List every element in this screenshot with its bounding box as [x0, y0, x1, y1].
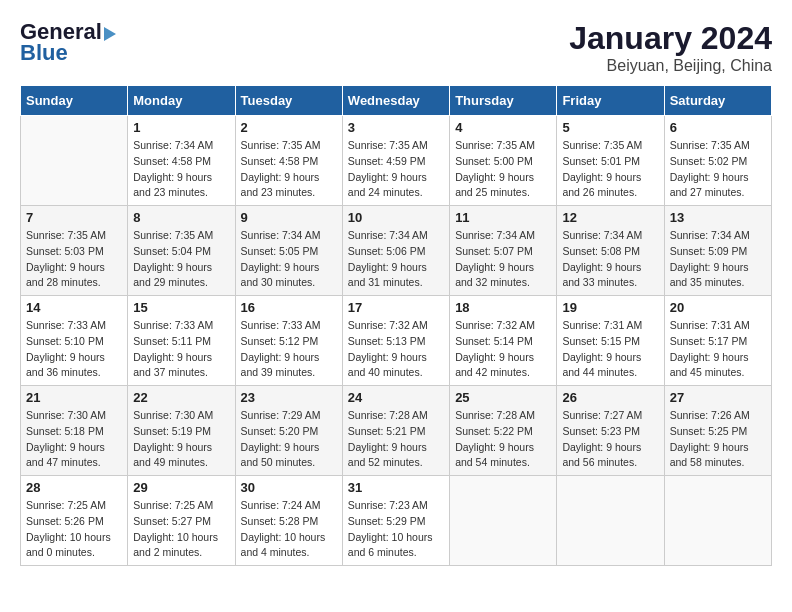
day-info: Sunrise: 7:27 AMSunset: 5:23 PMDaylight:… — [562, 408, 658, 471]
week-row-4: 28 Sunrise: 7:25 AMSunset: 5:26 PMDaylig… — [21, 476, 772, 566]
day-cell: 23 Sunrise: 7:29 AMSunset: 5:20 PMDaylig… — [235, 386, 342, 476]
day-cell: 17 Sunrise: 7:32 AMSunset: 5:13 PMDaylig… — [342, 296, 449, 386]
day-cell: 27 Sunrise: 7:26 AMSunset: 5:25 PMDaylig… — [664, 386, 771, 476]
day-cell — [21, 116, 128, 206]
day-number: 6 — [670, 120, 766, 135]
day-info: Sunrise: 7:28 AMSunset: 5:21 PMDaylight:… — [348, 408, 444, 471]
location: Beiyuan, Beijing, China — [569, 57, 772, 75]
calendar-body: 1 Sunrise: 7:34 AMSunset: 4:58 PMDayligh… — [21, 116, 772, 566]
header-cell-saturday: Saturday — [664, 86, 771, 116]
day-cell: 31 Sunrise: 7:23 AMSunset: 5:29 PMDaylig… — [342, 476, 449, 566]
month-title: January 2024 — [569, 20, 772, 57]
page-header: General Blue January 2024 Beiyuan, Beiji… — [20, 20, 772, 75]
day-number: 13 — [670, 210, 766, 225]
day-info: Sunrise: 7:35 AMSunset: 5:02 PMDaylight:… — [670, 138, 766, 201]
week-row-1: 7 Sunrise: 7:35 AMSunset: 5:03 PMDayligh… — [21, 206, 772, 296]
day-info: Sunrise: 7:35 AMSunset: 4:58 PMDaylight:… — [241, 138, 337, 201]
day-cell: 19 Sunrise: 7:31 AMSunset: 5:15 PMDaylig… — [557, 296, 664, 386]
day-cell — [450, 476, 557, 566]
day-cell: 9 Sunrise: 7:34 AMSunset: 5:05 PMDayligh… — [235, 206, 342, 296]
day-number: 20 — [670, 300, 766, 315]
day-info: Sunrise: 7:35 AMSunset: 5:00 PMDaylight:… — [455, 138, 551, 201]
day-number: 28 — [26, 480, 122, 495]
day-number: 17 — [348, 300, 444, 315]
day-info: Sunrise: 7:25 AMSunset: 5:27 PMDaylight:… — [133, 498, 229, 561]
title-block: January 2024 Beiyuan, Beijing, China — [569, 20, 772, 75]
day-cell: 18 Sunrise: 7:32 AMSunset: 5:14 PMDaylig… — [450, 296, 557, 386]
day-info: Sunrise: 7:31 AMSunset: 5:15 PMDaylight:… — [562, 318, 658, 381]
day-number: 4 — [455, 120, 551, 135]
calendar-header: SundayMondayTuesdayWednesdayThursdayFrid… — [21, 86, 772, 116]
day-info: Sunrise: 7:35 AMSunset: 5:04 PMDaylight:… — [133, 228, 229, 291]
day-info: Sunrise: 7:32 AMSunset: 5:13 PMDaylight:… — [348, 318, 444, 381]
day-info: Sunrise: 7:25 AMSunset: 5:26 PMDaylight:… — [26, 498, 122, 561]
day-cell: 4 Sunrise: 7:35 AMSunset: 5:00 PMDayligh… — [450, 116, 557, 206]
day-number: 8 — [133, 210, 229, 225]
day-info: Sunrise: 7:33 AMSunset: 5:11 PMDaylight:… — [133, 318, 229, 381]
day-info: Sunrise: 7:28 AMSunset: 5:22 PMDaylight:… — [455, 408, 551, 471]
day-info: Sunrise: 7:30 AMSunset: 5:18 PMDaylight:… — [26, 408, 122, 471]
week-row-2: 14 Sunrise: 7:33 AMSunset: 5:10 PMDaylig… — [21, 296, 772, 386]
day-info: Sunrise: 7:35 AMSunset: 5:01 PMDaylight:… — [562, 138, 658, 201]
week-row-3: 21 Sunrise: 7:30 AMSunset: 5:18 PMDaylig… — [21, 386, 772, 476]
day-number: 21 — [26, 390, 122, 405]
day-cell: 11 Sunrise: 7:34 AMSunset: 5:07 PMDaylig… — [450, 206, 557, 296]
day-info: Sunrise: 7:35 AMSunset: 5:03 PMDaylight:… — [26, 228, 122, 291]
day-cell: 24 Sunrise: 7:28 AMSunset: 5:21 PMDaylig… — [342, 386, 449, 476]
day-number: 30 — [241, 480, 337, 495]
day-info: Sunrise: 7:34 AMSunset: 5:08 PMDaylight:… — [562, 228, 658, 291]
day-cell: 29 Sunrise: 7:25 AMSunset: 5:27 PMDaylig… — [128, 476, 235, 566]
header-row: SundayMondayTuesdayWednesdayThursdayFrid… — [21, 86, 772, 116]
day-info: Sunrise: 7:35 AMSunset: 4:59 PMDaylight:… — [348, 138, 444, 201]
day-cell: 5 Sunrise: 7:35 AMSunset: 5:01 PMDayligh… — [557, 116, 664, 206]
day-number: 23 — [241, 390, 337, 405]
header-cell-monday: Monday — [128, 86, 235, 116]
day-cell: 25 Sunrise: 7:28 AMSunset: 5:22 PMDaylig… — [450, 386, 557, 476]
day-number: 1 — [133, 120, 229, 135]
day-cell: 21 Sunrise: 7:30 AMSunset: 5:18 PMDaylig… — [21, 386, 128, 476]
header-cell-tuesday: Tuesday — [235, 86, 342, 116]
day-cell: 1 Sunrise: 7:34 AMSunset: 4:58 PMDayligh… — [128, 116, 235, 206]
day-info: Sunrise: 7:33 AMSunset: 5:10 PMDaylight:… — [26, 318, 122, 381]
day-number: 19 — [562, 300, 658, 315]
day-cell: 15 Sunrise: 7:33 AMSunset: 5:11 PMDaylig… — [128, 296, 235, 386]
day-cell — [664, 476, 771, 566]
day-info: Sunrise: 7:31 AMSunset: 5:17 PMDaylight:… — [670, 318, 766, 381]
day-number: 9 — [241, 210, 337, 225]
day-info: Sunrise: 7:33 AMSunset: 5:12 PMDaylight:… — [241, 318, 337, 381]
header-cell-wednesday: Wednesday — [342, 86, 449, 116]
day-cell: 7 Sunrise: 7:35 AMSunset: 5:03 PMDayligh… — [21, 206, 128, 296]
day-info: Sunrise: 7:26 AMSunset: 5:25 PMDaylight:… — [670, 408, 766, 471]
week-row-0: 1 Sunrise: 7:34 AMSunset: 4:58 PMDayligh… — [21, 116, 772, 206]
day-info: Sunrise: 7:23 AMSunset: 5:29 PMDaylight:… — [348, 498, 444, 561]
day-number: 14 — [26, 300, 122, 315]
day-info: Sunrise: 7:29 AMSunset: 5:20 PMDaylight:… — [241, 408, 337, 471]
day-cell: 10 Sunrise: 7:34 AMSunset: 5:06 PMDaylig… — [342, 206, 449, 296]
day-cell: 22 Sunrise: 7:30 AMSunset: 5:19 PMDaylig… — [128, 386, 235, 476]
header-cell-friday: Friday — [557, 86, 664, 116]
day-info: Sunrise: 7:34 AMSunset: 5:07 PMDaylight:… — [455, 228, 551, 291]
day-cell: 3 Sunrise: 7:35 AMSunset: 4:59 PMDayligh… — [342, 116, 449, 206]
day-number: 24 — [348, 390, 444, 405]
day-cell: 13 Sunrise: 7:34 AMSunset: 5:09 PMDaylig… — [664, 206, 771, 296]
day-cell: 16 Sunrise: 7:33 AMSunset: 5:12 PMDaylig… — [235, 296, 342, 386]
header-cell-thursday: Thursday — [450, 86, 557, 116]
day-info: Sunrise: 7:32 AMSunset: 5:14 PMDaylight:… — [455, 318, 551, 381]
day-number: 27 — [670, 390, 766, 405]
day-number: 25 — [455, 390, 551, 405]
day-info: Sunrise: 7:34 AMSunset: 4:58 PMDaylight:… — [133, 138, 229, 201]
day-number: 22 — [133, 390, 229, 405]
day-number: 3 — [348, 120, 444, 135]
logo: General Blue — [20, 20, 116, 66]
day-cell: 2 Sunrise: 7:35 AMSunset: 4:58 PMDayligh… — [235, 116, 342, 206]
day-number: 2 — [241, 120, 337, 135]
day-number: 18 — [455, 300, 551, 315]
day-number: 11 — [455, 210, 551, 225]
day-cell: 28 Sunrise: 7:25 AMSunset: 5:26 PMDaylig… — [21, 476, 128, 566]
day-number: 12 — [562, 210, 658, 225]
header-cell-sunday: Sunday — [21, 86, 128, 116]
logo-arrow-icon — [104, 27, 116, 41]
day-number: 29 — [133, 480, 229, 495]
day-number: 7 — [26, 210, 122, 225]
day-cell: 20 Sunrise: 7:31 AMSunset: 5:17 PMDaylig… — [664, 296, 771, 386]
